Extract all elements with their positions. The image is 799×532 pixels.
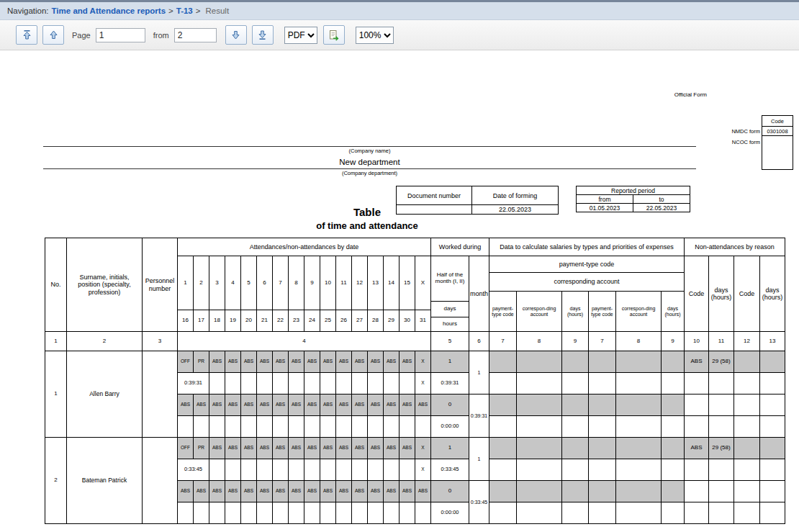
arrow-down-with-bar-icon <box>257 30 268 40</box>
official-form-label: Official Form <box>674 91 707 98</box>
col-number: 7 <box>489 332 517 351</box>
date-col-header: 12 <box>352 256 368 310</box>
nonatt-cell <box>734 351 760 373</box>
col-header-days-hours-2: days (hours) <box>760 256 785 332</box>
day-empty-cell <box>400 416 415 438</box>
salary-data-cell <box>517 459 562 481</box>
day-code-cell: OFF <box>178 351 194 373</box>
col-number: 9 <box>562 332 589 351</box>
date-col-header: 25 <box>320 310 336 332</box>
col-header-corresponding-account-1: correspon-ding account <box>517 292 562 332</box>
breadcrumb-link-t13[interactable]: T-13 <box>176 6 193 15</box>
col-number: 12 <box>734 332 760 351</box>
format-select[interactable]: PDF <box>284 27 317 44</box>
first-page-button[interactable] <box>16 25 37 45</box>
month-hours-cell: 0:33:45 <box>469 481 489 524</box>
day-empty-cell <box>304 416 320 438</box>
export-button[interactable] <box>323 25 345 45</box>
half1-days-cell: 1 <box>431 438 469 459</box>
date-col-header: 3 <box>209 256 225 310</box>
day-code-cell: ABS <box>368 351 384 373</box>
salary-data-cell <box>616 416 662 438</box>
nonatt-days-cell: 29 (58) <box>709 351 734 373</box>
day-code-cell: X <box>415 351 431 373</box>
nonatt-days-cell: 29 (58) <box>709 438 734 459</box>
code-box-header: Code <box>762 116 793 127</box>
zoom-select[interactable]: 100% <box>356 27 394 44</box>
salary-data-cell <box>616 438 662 459</box>
day-empty-cell <box>384 502 400 524</box>
date-col-header: 27 <box>352 310 368 332</box>
day-code-cell: ABS <box>352 351 368 373</box>
date-of-forming-header: Date of forming <box>472 186 559 205</box>
date-col-header: 20 <box>241 310 257 332</box>
date-col-header: 2 <box>194 256 209 310</box>
salary-data-cell <box>489 373 517 395</box>
day-code-cell: ABS <box>384 395 400 416</box>
day-code-cell: ABS <box>304 395 320 416</box>
day-code-cell: ABS <box>178 481 194 502</box>
day-empty-cell <box>384 416 400 438</box>
col-header-payment-type-code-1: payment-type code <box>489 292 517 332</box>
day-code-cell: ABS <box>400 438 415 459</box>
personnel-number-cell <box>143 351 178 438</box>
salary-data-cell <box>589 351 616 373</box>
day-code-cell: ABS <box>241 395 257 416</box>
col-header-payment-type-code-2: payment-type code <box>589 292 616 332</box>
day-code-cell: ABS <box>368 395 384 416</box>
col-number: 2 <box>67 332 143 351</box>
header-days: days <box>431 302 469 317</box>
company-name-line <box>43 146 696 147</box>
nonatt-cell <box>734 481 760 502</box>
header-payment-type-code-row: payment-type code <box>489 256 685 273</box>
salary-data-cell <box>489 416 517 438</box>
day-empty-cell <box>194 502 209 524</box>
reported-period-header: Reported period <box>577 186 690 195</box>
breadcrumb-separator: > <box>196 6 201 15</box>
previous-page-button[interactable] <box>42 25 64 45</box>
salary-data-cell <box>489 438 517 459</box>
day-empty-cell <box>194 416 209 438</box>
day-empty-cell <box>209 373 225 395</box>
day-empty-cell <box>304 502 320 524</box>
col-number: 3 <box>143 332 178 351</box>
date-col-header: 13 <box>368 256 384 310</box>
day-empty-cell <box>178 502 194 524</box>
day-empty-cell <box>209 502 225 524</box>
total-pages-input[interactable] <box>174 28 217 42</box>
col-header-month: month <box>469 256 489 332</box>
page-input[interactable] <box>96 28 145 42</box>
arrow-up-with-bar-icon <box>22 30 32 40</box>
report-title-line1: Table <box>216 206 518 218</box>
nonatt-cell <box>760 438 785 459</box>
col-header-half-month: Half of the month (I, II) <box>431 256 469 302</box>
date-col-header: 11 <box>336 256 352 310</box>
personnel-number-cell <box>143 438 178 524</box>
last-page-button[interactable] <box>252 25 274 45</box>
nonatt-code-cell: ABS <box>685 351 709 373</box>
arrow-down-icon <box>230 30 241 40</box>
day-empty-cell <box>304 373 320 395</box>
breadcrumb-link-reports[interactable]: Time and Attendance reports <box>52 6 166 15</box>
nonatt-cell <box>709 416 734 438</box>
half2-hours-cell: 0:00:00 <box>431 502 469 524</box>
report-title-line2: of time and attendance <box>216 220 518 231</box>
date-col-header: 29 <box>384 310 400 332</box>
employee-name: Bateman Patrick <box>67 438 143 524</box>
half1-hours-cell: 0:39:31 <box>431 373 469 395</box>
day-empty-cell <box>336 373 352 395</box>
half2-days-cell: 0 <box>431 395 469 416</box>
nonatt-cell <box>760 502 785 524</box>
period-from-label: from <box>577 195 633 204</box>
nonatt-cell <box>760 416 785 438</box>
day-code-cell: ABS <box>336 438 352 459</box>
next-page-button[interactable] <box>225 25 247 45</box>
day-code-cell: ABS <box>415 395 431 416</box>
salary-data-cell <box>662 459 685 481</box>
nonatt-cell <box>685 481 709 502</box>
date-col-header: 9 <box>304 256 320 310</box>
salary-data-cell <box>616 459 662 481</box>
day-empty-cell <box>225 502 241 524</box>
half2-hours-cell: 0:00:00 <box>431 416 469 438</box>
day-code-cell: OFF <box>178 438 194 459</box>
